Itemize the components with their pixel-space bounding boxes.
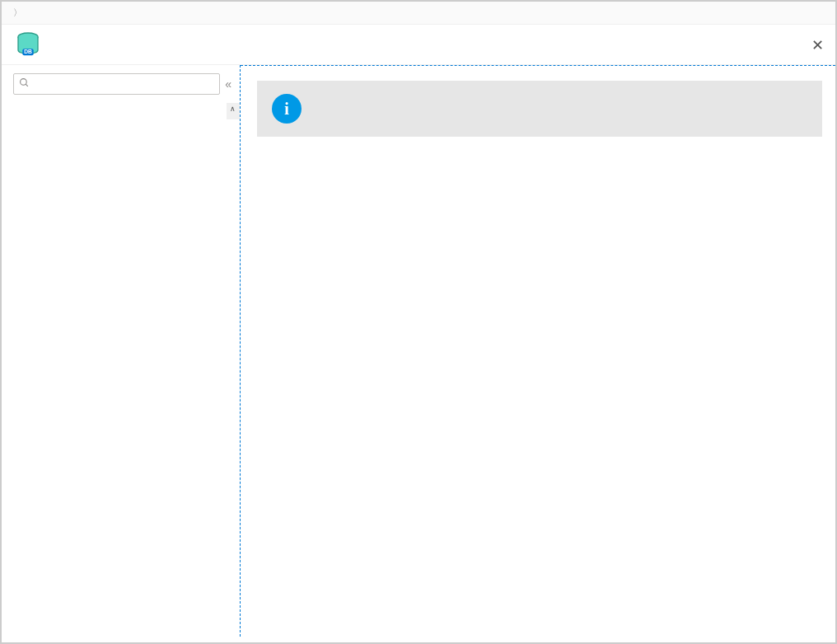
sidebar-scrollbar[interactable]: ∧ [227, 103, 240, 119]
breadcrumb: 〉 [2, 2, 835, 25]
collapse-sidebar-icon[interactable]: « [225, 77, 231, 91]
close-icon[interactable]: ✕ [811, 36, 824, 54]
page-title [51, 36, 822, 54]
info-banner: i [257, 81, 822, 137]
svg-line-6 [26, 84, 28, 86]
nav-heading-settings [10, 103, 240, 119]
main-panel: i [241, 65, 835, 637]
cosmosdb-icon [15, 31, 41, 58]
scroll-up-icon[interactable]: ∧ [230, 105, 236, 113]
nav-list: ∧ [10, 103, 240, 119]
search-input[interactable] [13, 73, 220, 95]
info-icon: i [272, 94, 302, 124]
keys-tabs [257, 152, 822, 159]
chevron-right-icon: 〉 [13, 7, 22, 19]
search-icon [19, 77, 30, 91]
svg-point-5 [21, 79, 27, 86]
sidebar: « ∧ [2, 65, 241, 637]
blade-header: ✕ [2, 25, 835, 65]
